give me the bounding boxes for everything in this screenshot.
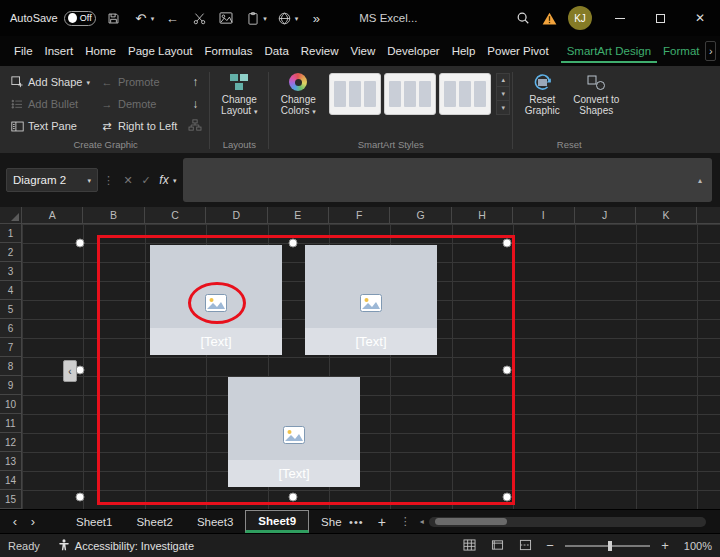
move-up-button[interactable]: ↑ <box>185 71 205 93</box>
redo-button[interactable]: ← <box>163 7 181 29</box>
tab-developer[interactable]: Developer <box>381 39 445 63</box>
tab-view[interactable]: View <box>345 39 382 63</box>
zoom-out-button[interactable]: − <box>543 538 557 553</box>
selection-handle-bottom-left[interactable] <box>76 493 85 502</box>
page-break-preview-button[interactable] <box>515 537 535 555</box>
plus-icon: + <box>378 514 386 530</box>
triangle-down-icon: ▾ <box>502 90 506 98</box>
globe-button[interactable] <box>276 7 294 29</box>
gallery-more-button[interactable]: ▾ <box>496 101 510 115</box>
tab-formulas[interactable]: Formulas <box>199 39 259 63</box>
normal-view-button[interactable] <box>459 537 479 555</box>
search-button[interactable] <box>510 7 536 29</box>
change-colors-button[interactable]: Change Colors ▾ <box>271 68 325 138</box>
tab-page-layout[interactable]: Page Layout <box>122 39 199 63</box>
org-chart-icon <box>188 119 202 134</box>
demote-button[interactable]: → Demote <box>98 93 179 115</box>
tab-insert[interactable]: Insert <box>39 39 80 63</box>
sheet-options-button[interactable]: ⋮ <box>394 515 417 528</box>
chevron-right-icon: › <box>31 514 35 529</box>
more-sheets-button[interactable]: ••• <box>343 516 370 528</box>
undo-dropdown-button[interactable]: ▾ <box>151 15 155 22</box>
group-label-layouts: Layouts <box>212 138 266 153</box>
close-button[interactable]: ✕ <box>680 0 720 36</box>
name-box[interactable]: Diagram 2 ▾ <box>6 168 98 192</box>
thumb-shape <box>334 81 346 107</box>
formula-input[interactable]: ▴ <box>183 158 712 202</box>
add-sheet-button[interactable]: + <box>370 514 394 530</box>
paste-button[interactable] <box>244 7 262 29</box>
tab-home[interactable]: Home <box>79 39 122 63</box>
horizontal-scrollbar-thumb[interactable] <box>435 518 507 525</box>
ribbon-display-options-button[interactable]: › <box>705 41 716 61</box>
annotation-red-circle <box>188 282 246 324</box>
insert-function-button[interactable]: fx <box>155 169 173 191</box>
tab-help[interactable]: Help <box>446 39 482 63</box>
cancel-button[interactable]: ✕ <box>119 169 137 191</box>
name-box-dropdown-icon: ▾ <box>87 177 91 184</box>
thumb-shape <box>389 81 401 107</box>
add-shape-button[interactable]: Add Shape ▾ <box>8 71 92 93</box>
layout-options-button[interactable] <box>185 115 205 137</box>
tab-file[interactable]: File <box>8 39 39 63</box>
undo-button[interactable]: ↶ <box>132 7 150 29</box>
sheet-tab-truncated[interactable]: She <box>309 510 343 533</box>
zoom-slider-thumb[interactable] <box>608 541 612 551</box>
text-pane-button[interactable]: Text Pane <box>8 115 92 137</box>
promote-button[interactable]: ← Promote <box>98 71 179 93</box>
tab-power-pivot[interactable]: Power Pivot <box>481 39 554 63</box>
enter-button[interactable]: ✓ <box>137 169 155 191</box>
minimize-button[interactable] <box>600 0 640 36</box>
save-button[interactable] <box>105 7 123 29</box>
tab-review[interactable]: Review <box>295 39 345 63</box>
restore-button[interactable] <box>640 0 680 36</box>
sheet-nav-left-button[interactable]: ‹ <box>6 511 24 533</box>
check-icon: ✓ <box>141 174 150 187</box>
smartart-overlay: [Text] [Text] [Text] ‹ <box>0 207 720 509</box>
reset-graphic-button[interactable]: Reset Graphic <box>515 68 569 138</box>
sheet-nav-right-button[interactable]: › <box>24 511 42 533</box>
insert-picture-button[interactable] <box>217 7 235 29</box>
zoom-level-label[interactable]: 100% <box>680 540 712 552</box>
tab-format[interactable]: Format <box>657 39 705 63</box>
cancel-icon: ✕ <box>123 174 132 187</box>
horizontal-scrollbar[interactable] <box>429 517 706 527</box>
add-bullet-button[interactable]: Add Bullet <box>8 93 92 115</box>
zoom-slider[interactable] <box>565 539 650 553</box>
status-bar: Ready Accessibility: Investigate − + 100… <box>0 533 720 557</box>
style-thumbnail-3[interactable] <box>439 73 491 115</box>
worksheet-grid: A B C D E F G H I J K 1 2 3 4 5 6 7 8 9 … <box>0 207 720 509</box>
style-thumbnail-1[interactable] <box>329 73 381 115</box>
convert-to-shapes-button[interactable]: Convert to Shapes <box>569 68 623 138</box>
style-thumbnail-2[interactable] <box>384 73 436 115</box>
sheet-tab-sheet3[interactable]: Sheet3 <box>185 510 245 533</box>
text-pane-toggle-button[interactable]: ‹ <box>63 360 77 382</box>
more-commands-button[interactable]: » <box>307 7 325 29</box>
paste-dropdown-button[interactable]: ▾ <box>263 15 267 22</box>
avatar[interactable]: KJ <box>568 6 592 30</box>
zoom-in-button[interactable]: + <box>658 538 672 553</box>
page-layout-view-button[interactable] <box>487 537 507 555</box>
gallery-scroll: ▴ ▾ ▾ <box>496 73 510 115</box>
gallery-scroll-down-button[interactable]: ▾ <box>496 87 510 101</box>
autosave-toggle[interactable]: Off <box>64 11 96 26</box>
collapse-formula-bar-button[interactable]: ▴ <box>696 176 704 185</box>
tab-data[interactable]: Data <box>259 39 295 63</box>
alert-button[interactable] <box>536 7 562 29</box>
selection-handle-top-left[interactable] <box>76 239 85 248</box>
sheet-tab-sheet9-active[interactable]: Sheet9 <box>245 510 309 533</box>
sheet-tab-sheet2[interactable]: Sheet2 <box>124 510 184 533</box>
sheet-tab-sheet1[interactable]: Sheet1 <box>64 510 124 533</box>
sheet-tabs: Sheet1 Sheet2 Sheet3 Sheet9 She <box>64 510 343 533</box>
change-layout-button[interactable]: Change Layout ▾ <box>212 68 266 138</box>
hscroll-left-stepper[interactable]: ◂ <box>417 517 427 526</box>
right-to-left-button[interactable]: ⇄ Right to Left <box>98 115 179 137</box>
gallery-scroll-up-button[interactable]: ▴ <box>496 73 510 87</box>
group-label-reset: Reset <box>515 138 623 153</box>
cut-button[interactable] <box>190 7 208 29</box>
ribbon: Add Shape ▾ Add Bullet Text Pane <box>0 66 720 153</box>
move-down-button[interactable]: ↓ <box>185 93 205 115</box>
globe-dropdown-button[interactable]: ▾ <box>295 15 299 22</box>
tab-smartart-design[interactable]: SmartArt Design <box>561 39 657 63</box>
accessibility-checker[interactable]: Accessibility: Investigate <box>58 539 194 553</box>
